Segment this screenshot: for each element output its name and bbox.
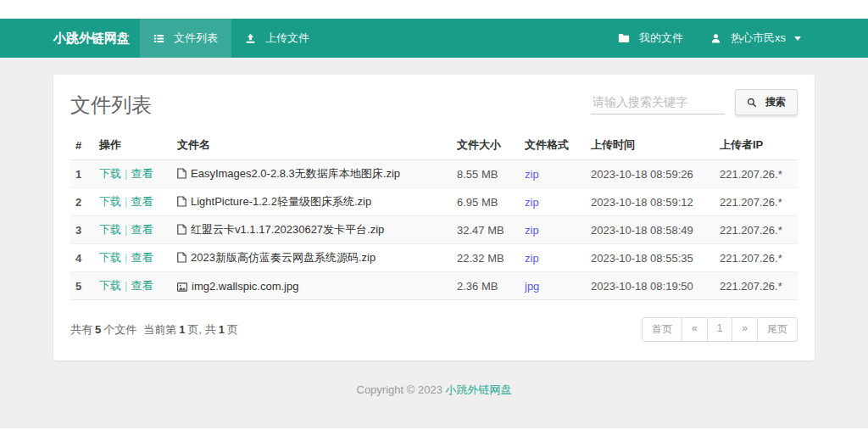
search-button[interactable]: 搜索 bbox=[735, 89, 798, 115]
copyright-text: Copyright © 2023 bbox=[357, 383, 442, 396]
pagination-last[interactable]: 尾页 bbox=[757, 317, 798, 342]
file-icon bbox=[177, 252, 186, 263]
action-separator: | bbox=[125, 195, 127, 208]
row-actions: 下载|查看 bbox=[94, 188, 172, 216]
file-icon bbox=[177, 168, 186, 179]
upload-time: 2023-10-18 08:19:50 bbox=[586, 272, 715, 300]
page-background: 文件列表 搜索 # 操作 文件名 文件大小 文件格式 bbox=[0, 58, 868, 428]
row-actions: 下载|查看 bbox=[94, 160, 172, 188]
file-name: LightPicture-1.2.2轻量级图床系统.zip bbox=[191, 195, 371, 208]
format-link[interactable]: jpg bbox=[525, 280, 539, 293]
folder-icon bbox=[618, 32, 630, 44]
file-list-card: 文件列表 搜索 # 操作 文件名 文件大小 文件格式 bbox=[53, 75, 815, 360]
col-header-filename: 文件名 bbox=[172, 131, 452, 160]
download-link[interactable]: 下载 bbox=[99, 195, 121, 208]
brand-link[interactable]: 小跳外链网盘 bbox=[53, 19, 130, 58]
table-row: 5 下载|查看 img2.wallspic.com.jpg 2.36 MB jp… bbox=[70, 272, 798, 300]
file-name: 红盟云卡v1.1.17.20230627发卡平台.zip bbox=[191, 223, 384, 236]
file-icon bbox=[177, 224, 186, 235]
table-row: 2 下载|查看 LightPicture-1.2.2轻量级图床系统.zip 6.… bbox=[70, 188, 798, 216]
page-title: 文件列表 bbox=[70, 92, 152, 119]
my-files-label: 我的文件 bbox=[639, 31, 683, 46]
download-link[interactable]: 下载 bbox=[99, 167, 121, 180]
view-link[interactable]: 查看 bbox=[131, 167, 153, 180]
col-header-format: 文件格式 bbox=[520, 131, 586, 160]
search-icon bbox=[747, 98, 757, 108]
file-count-summary: 共有5个文件当前第1页, 共1页 bbox=[70, 322, 238, 338]
current-page: 1 bbox=[179, 323, 185, 336]
col-header-size: 文件大小 bbox=[452, 131, 520, 160]
file-name-cell: img2.wallspic.com.jpg bbox=[172, 272, 452, 300]
uploader-ip: 221.207.26.* bbox=[715, 188, 798, 216]
view-link[interactable]: 查看 bbox=[131, 195, 153, 208]
row-actions: 下载|查看 bbox=[94, 244, 172, 272]
pagination: 首页 « 1 » 尾页 bbox=[642, 317, 798, 342]
download-link[interactable]: 下载 bbox=[99, 251, 121, 264]
upload-time: 2023-10-18 08:59:12 bbox=[586, 188, 715, 216]
upload-time: 2023-10-18 08:59:26 bbox=[586, 160, 715, 188]
file-size: 22.32 MB bbox=[452, 244, 520, 272]
row-actions: 下载|查看 bbox=[94, 216, 172, 244]
file-name: EasyImages2.0-2.8.3无数据库本地图床.zip bbox=[191, 167, 400, 180]
copyright: Copyright © 2023 小跳外链网盘 bbox=[0, 383, 868, 398]
table-row: 4 下载|查看 2023新版高仿蓝奏云网盘系统源码.zip 22.32 MB z… bbox=[70, 244, 798, 272]
search-bar: 搜索 bbox=[591, 89, 798, 115]
col-header-time: 上传时间 bbox=[586, 131, 715, 160]
file-size: 6.95 MB bbox=[452, 188, 520, 216]
action-separator: | bbox=[125, 167, 127, 180]
file-name: img2.wallspic.com.jpg bbox=[192, 280, 298, 293]
total-pages: 1 bbox=[219, 323, 225, 336]
pagination-prev[interactable]: « bbox=[682, 317, 708, 342]
file-size: 2.36 MB bbox=[452, 272, 520, 300]
uploader-ip: 221.207.26.* bbox=[715, 244, 798, 272]
nav-item-label: 上传文件 bbox=[265, 31, 309, 46]
download-link[interactable]: 下载 bbox=[99, 279, 121, 292]
copyright-site-link[interactable]: 小跳外链网盘 bbox=[445, 383, 511, 396]
file-name-cell: EasyImages2.0-2.8.3无数据库本地图床.zip bbox=[172, 160, 452, 188]
table-row: 3 下载|查看 红盟云卡v1.1.17.20230627发卡平台.zip 32.… bbox=[70, 216, 798, 244]
pagination-first[interactable]: 首页 bbox=[642, 317, 682, 342]
row-index: 4 bbox=[70, 244, 94, 272]
row-actions: 下载|查看 bbox=[94, 272, 172, 300]
format-link[interactable]: zip bbox=[525, 168, 539, 181]
nav-item-label: 文件列表 bbox=[174, 31, 218, 46]
table-row: 1 下载|查看 EasyImages2.0-2.8.3无数据库本地图床.zip … bbox=[70, 160, 798, 188]
file-name-cell: 红盟云卡v1.1.17.20230627发卡平台.zip bbox=[172, 216, 452, 244]
chevron-down-icon bbox=[794, 36, 801, 41]
pagination-next[interactable]: » bbox=[732, 317, 758, 342]
col-header-ip: 上传者IP bbox=[715, 131, 798, 160]
format-link[interactable]: zip bbox=[525, 196, 539, 209]
download-link[interactable]: 下载 bbox=[99, 223, 121, 236]
row-index: 5 bbox=[70, 272, 94, 300]
table-header-row: # 操作 文件名 文件大小 文件格式 上传时间 上传者IP bbox=[70, 131, 798, 160]
file-name-cell: 2023新版高仿蓝奏云网盘系统源码.zip bbox=[172, 244, 452, 272]
view-link[interactable]: 查看 bbox=[131, 223, 153, 236]
top-whitespace bbox=[0, 0, 868, 19]
user-menu[interactable]: 热心市民xs bbox=[697, 19, 815, 58]
search-button-label: 搜索 bbox=[765, 95, 786, 109]
list-icon bbox=[153, 33, 164, 44]
pagination-page-1[interactable]: 1 bbox=[707, 317, 733, 342]
username-label: 热心市民xs bbox=[731, 31, 786, 46]
view-link[interactable]: 查看 bbox=[131, 279, 153, 292]
nav-item-upload[interactable]: 上传文件 bbox=[231, 19, 323, 58]
nav-item-file-list[interactable]: 文件列表 bbox=[140, 19, 231, 58]
col-header-actions: 操作 bbox=[94, 131, 172, 160]
row-index: 3 bbox=[70, 216, 94, 244]
uploader-ip: 221.207.26.* bbox=[715, 160, 798, 188]
file-size: 8.55 MB bbox=[452, 160, 520, 188]
upload-icon bbox=[245, 33, 256, 44]
file-count: 5 bbox=[95, 323, 101, 336]
file-size: 32.47 MB bbox=[452, 216, 520, 244]
navbar: 小跳外链网盘 文件列表 上传文件 我的文件 bbox=[0, 19, 868, 58]
uploader-ip: 221.207.26.* bbox=[715, 272, 798, 300]
search-input[interactable] bbox=[591, 90, 725, 114]
nav-item-my-files[interactable]: 我的文件 bbox=[604, 19, 697, 58]
format-link[interactable]: zip bbox=[525, 252, 539, 265]
format-link[interactable]: zip bbox=[525, 224, 539, 237]
view-link[interactable]: 查看 bbox=[131, 251, 153, 264]
row-index: 1 bbox=[70, 160, 94, 188]
row-index: 2 bbox=[70, 188, 94, 216]
action-separator: | bbox=[125, 223, 127, 236]
action-separator: | bbox=[125, 279, 127, 292]
